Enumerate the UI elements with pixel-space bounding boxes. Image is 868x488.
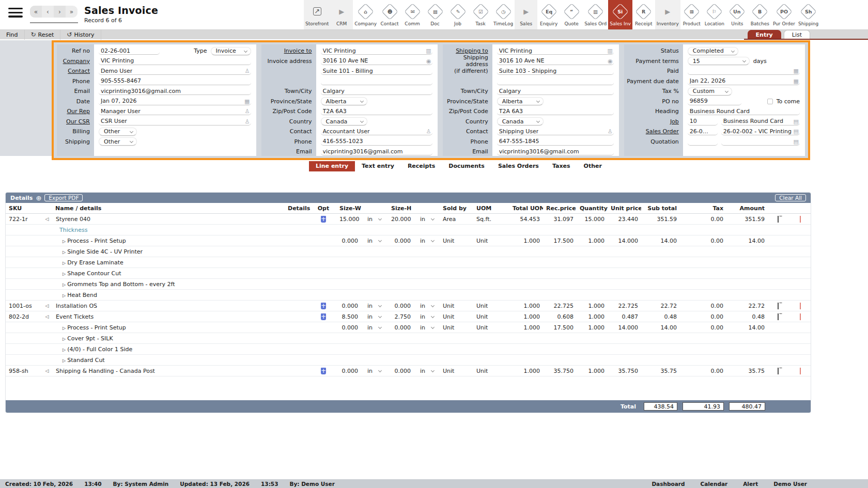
expand-icon[interactable]: ▷ (63, 337, 66, 341)
module-receipt[interactable]: RReceipt (632, 0, 655, 29)
expand-icon[interactable]: ▷ (63, 239, 66, 244)
list-icon[interactable]: ▤ (794, 128, 799, 135)
text-field[interactable]: Suite 103 - Shipping (497, 67, 614, 75)
module-doc[interactable]: ▤Doc (424, 0, 446, 29)
text-field[interactable]: 905-555-8467 (99, 77, 251, 85)
module-enquiry[interactable]: EqEnquiry (537, 0, 560, 29)
collapse-icon[interactable]: ◁ (43, 303, 51, 308)
text-field[interactable]: 96859 (688, 98, 741, 105)
duplicate-row-button[interactable] (778, 313, 779, 320)
field-label[interactable]: Invoice to (261, 48, 316, 54)
module-quote[interactable]: “Quote (560, 0, 583, 29)
select-field[interactable]: Completed (688, 47, 738, 55)
text-field[interactable]: CSR User♙ (99, 118, 251, 125)
text-field[interactable]: 416-555-1023 (321, 138, 432, 146)
text-field[interactable]: 3016 10 Ave NE◉ (321, 57, 432, 65)
select-field[interactable]: Canada (497, 117, 544, 125)
nav-next-button[interactable]: › (54, 6, 66, 18)
text-field[interactable]: Manager User♙ (99, 107, 251, 115)
expand-icon[interactable]: ▷ (63, 272, 66, 276)
module-company[interactable]: ⌂Company (353, 0, 378, 29)
person-icon[interactable]: ♙ (426, 128, 431, 135)
expand-icon[interactable]: ▷ (63, 282, 66, 287)
select-field[interactable]: Other (99, 137, 137, 146)
expand-icon[interactable]: ▷ (63, 348, 66, 352)
field-label[interactable]: Our Rep (57, 108, 94, 115)
text-field[interactable]: Business Round Card (688, 107, 800, 115)
module-product[interactable]: ⊞Product (680, 0, 703, 29)
tab-line-entry[interactable]: Line entry (309, 161, 355, 171)
person-icon[interactable]: ♙ (608, 128, 613, 135)
footer-link-dashboard[interactable]: Dashboard (652, 481, 685, 487)
select-field[interactable]: 15 (688, 57, 750, 65)
unit-select[interactable]: in (417, 324, 440, 331)
building-icon[interactable]: ▥ (426, 48, 431, 54)
calendar-icon[interactable]: ▦ (794, 68, 799, 74)
text-field[interactable]: Calgary (497, 87, 614, 95)
clear-all-button[interactable]: Clear All (775, 194, 806, 201)
collapse-icon[interactable]: ◁ (43, 314, 51, 319)
unit-select[interactable]: in (417, 238, 440, 244)
list-icon[interactable]: ▤ (794, 138, 799, 145)
add-option-button[interactable]: + (321, 313, 326, 320)
duplicate-row-button[interactable] (778, 216, 779, 223)
add-option-button[interactable]: + (321, 368, 326, 374)
field-label[interactable]: Our CSR (57, 118, 94, 125)
module-purchase-order[interactable]: POPur Order (771, 0, 797, 29)
text-field[interactable]: ▤ (721, 138, 800, 146)
reset-button[interactable]: ↻ Reset (25, 30, 61, 40)
module-contact[interactable]: ☻Contact (378, 0, 401, 29)
text-field[interactable]: VIC Printing▥ (497, 47, 614, 55)
select-field[interactable]: Invoice (211, 47, 251, 55)
duplicate-row-button[interactable] (778, 368, 779, 374)
text-field[interactable]: Accountant User♙ (321, 128, 432, 135)
footer-link-calendar[interactable]: Calendar (700, 481, 727, 487)
module-storefront[interactable]: ↗Storefront (304, 0, 330, 29)
add-option-button[interactable]: + (321, 216, 326, 223)
text-field[interactable]: T2A 6A3 (321, 107, 432, 115)
expand-icon[interactable]: ▷ (63, 293, 66, 298)
module-units[interactable]: UnUnits (726, 0, 749, 29)
text-field[interactable]: Calgary (321, 87, 432, 95)
unit-select[interactable]: in (417, 368, 440, 374)
text-field[interactable]: Shipping User♙ (497, 128, 614, 135)
hamburger-menu-icon[interactable] (8, 8, 23, 20)
unit-select[interactable]: in (364, 238, 388, 244)
module-crm[interactable]: ▶CRM (330, 0, 353, 29)
text-field[interactable]: vicprinting3016@gmail.com (321, 148, 432, 155)
record-slider[interactable] (30, 22, 78, 23)
expand-icon[interactable]: ▷ (63, 358, 66, 363)
select-field[interactable]: Alberta (321, 97, 367, 105)
add-detail-button[interactable]: ⊕ (36, 194, 41, 202)
to-come-checkbox[interactable] (767, 99, 773, 104)
text-field[interactable]: Jan 22, 2026▦ (688, 77, 800, 85)
text-field[interactable]: 3016 10 Ave NE◉ (497, 57, 614, 65)
text-field[interactable] (497, 77, 614, 85)
select-field[interactable]: Custom (688, 87, 732, 96)
select-field[interactable]: Alberta (497, 97, 544, 105)
unit-select[interactable]: in (417, 216, 440, 223)
tab-other[interactable]: Other (577, 161, 609, 171)
field-label[interactable]: Company (57, 58, 94, 65)
text-field[interactable]: Suite 101 - Billing (321, 67, 432, 75)
select-field[interactable]: Other (99, 128, 137, 136)
text-field[interactable]: ▦ (688, 67, 800, 75)
field-label[interactable]: Contact (57, 68, 94, 74)
text-field[interactable]: VIC Printing▥ (321, 47, 432, 55)
building-icon[interactable]: ▥ (607, 48, 612, 54)
text-field[interactable]: T2A 6A3 (497, 107, 614, 115)
person-icon[interactable]: ♙ (245, 68, 250, 74)
text-field[interactable]: vicprinting3016@gmail.com (99, 87, 251, 95)
field-label[interactable]: Shipping to (443, 48, 492, 54)
module-inventory[interactable]: ▶Inventory (655, 0, 680, 29)
collapse-icon[interactable]: ◁ (43, 368, 51, 373)
text-field[interactable]: Business Round Card▤ (721, 118, 800, 125)
view-tab-list[interactable]: List (784, 30, 810, 39)
list-icon[interactable]: ▤ (794, 118, 799, 125)
text-field[interactable]: Jan 07, 2026▦ (99, 98, 251, 105)
text-field[interactable]: VIC Printing (99, 57, 251, 65)
nav-previous-button[interactable]: ‹ (42, 6, 54, 18)
text-field[interactable] (688, 138, 718, 146)
view-tab-entry[interactable]: Entry (748, 30, 781, 39)
expand-icon[interactable]: ▷ (63, 261, 66, 265)
